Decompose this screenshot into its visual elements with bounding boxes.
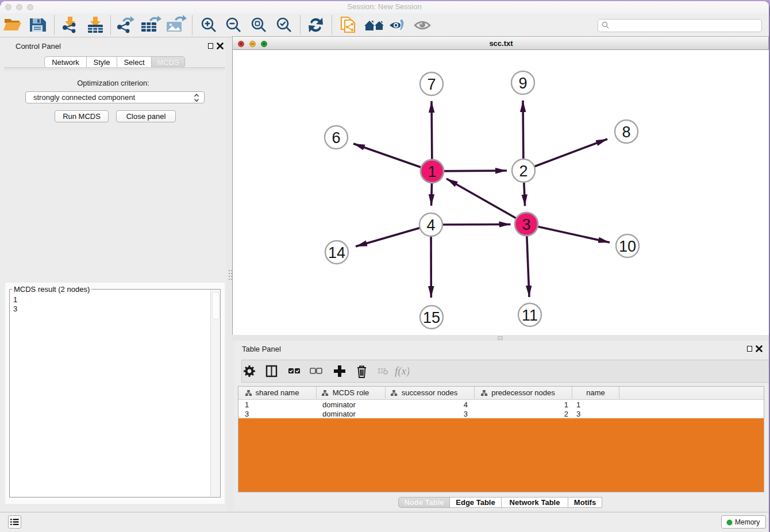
svg-text:14: 14 [328,244,345,261]
svg-text:15: 15 [423,309,440,326]
svg-text:10: 10 [619,238,636,255]
svg-text:4: 4 [426,217,435,234]
svg-text:2: 2 [519,163,528,180]
svg-text:f(x): f(x) [395,365,409,377]
svg-text:9: 9 [518,75,527,92]
svg-text:1: 1 [428,163,436,180]
svg-text:6: 6 [332,129,340,147]
svg-text:11: 11 [522,307,538,324]
svg-text:3: 3 [522,216,530,233]
svg-text:7: 7 [427,76,436,93]
svg-text:8: 8 [622,124,630,141]
